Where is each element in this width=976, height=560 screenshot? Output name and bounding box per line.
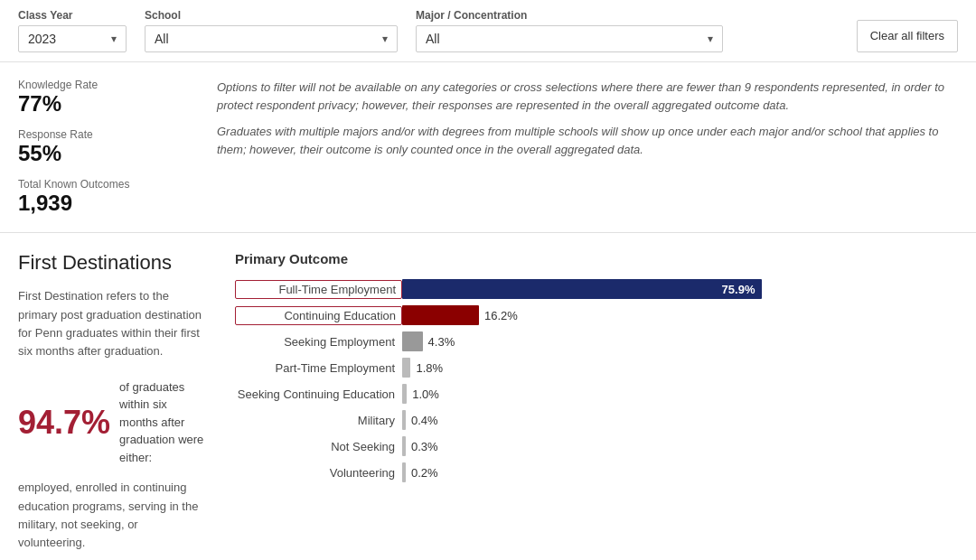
bar-value: 4.3% — [428, 335, 455, 349]
chart-row: Part-Time Employment1.8% — [235, 358, 958, 378]
section-title: First Destinations — [18, 251, 208, 275]
chart-rows: Full-Time Employment75.9%Continuing Educ… — [235, 279, 958, 482]
bar — [402, 436, 406, 456]
chart-row: Not Seeking0.3% — [235, 436, 958, 456]
response-rate-label: Response Rate — [18, 128, 199, 141]
school-select[interactable]: All ▾ — [145, 25, 398, 52]
bar — [402, 305, 479, 325]
total-outcomes-value: 1,939 — [18, 191, 199, 217]
bar — [402, 462, 406, 482]
stats-left: Knowledge Rate 77% Response Rate 55% Tot… — [18, 79, 199, 216]
section-desc: First Destination refers to the primary … — [18, 287, 208, 360]
bar-value: 0.4% — [411, 414, 438, 427]
bar-container: 1.8% — [402, 358, 958, 378]
bar — [402, 384, 407, 404]
chevron-down-icon: ▾ — [708, 33, 713, 45]
chevron-down-icon: ▾ — [382, 33, 388, 45]
chart-title: Primary Outcome — [235, 251, 958, 266]
school-filter: School All ▾ — [145, 9, 398, 52]
chart-row: Continuing Education16.2% — [235, 305, 958, 325]
notice-2: Graduates with multiple majors and/or wi… — [217, 123, 958, 158]
bar-value: 1.0% — [412, 387, 439, 401]
bar-label: Full-Time Employment — [235, 280, 402, 299]
big-stat-row: 94.7% of graduates within six months aft… — [18, 378, 208, 467]
left-panel: First Destinations First Destination ref… — [18, 251, 208, 552]
bar-value: 16.2% — [484, 309, 518, 322]
bar-container: 75.9% — [402, 279, 958, 299]
bar-value: 0.2% — [411, 466, 438, 480]
knowledge-rate-label: Knowledge Rate — [18, 79, 199, 91]
total-outcomes-stat: Total Known Outcomes 1,939 — [18, 178, 199, 217]
response-rate-value: 55% — [18, 141, 199, 167]
bar-label: Volunteering — [235, 466, 402, 480]
bar-label: Seeking Continuing Education — [235, 387, 402, 401]
stats-section: Knowledge Rate 77% Response Rate 55% Tot… — [0, 62, 976, 233]
class-year-value: 2023 — [28, 32, 56, 46]
chevron-down-icon: ▾ — [111, 33, 117, 45]
class-year-label: Class Year — [18, 9, 127, 22]
major-select[interactable]: All ▾ — [416, 25, 723, 52]
big-percent: 94.7% — [18, 404, 110, 442]
chart-row: Full-Time Employment75.9% — [235, 279, 958, 299]
notice-1: Options to filter will not be available … — [217, 79, 958, 114]
school-value: All — [155, 32, 169, 46]
bar — [402, 410, 406, 430]
bar: 75.9% — [402, 279, 762, 299]
major-filter: Major / Concentration All ▾ — [416, 9, 723, 52]
class-year-filter: Class Year 2023 ▾ — [18, 9, 127, 52]
bar — [402, 331, 423, 351]
bar-container: 0.3% — [402, 436, 958, 456]
filter-bar: Class Year 2023 ▾ School All ▾ Major / C… — [0, 0, 976, 62]
bar-container: 1.0% — [402, 384, 958, 404]
total-outcomes-label: Total Known Outcomes — [18, 178, 199, 191]
response-rate-stat: Response Rate 55% — [18, 128, 199, 167]
clear-all-button[interactable]: Clear all filters — [857, 20, 958, 52]
major-label: Major / Concentration — [416, 9, 723, 22]
big-stat-desc: of graduates within six months after gra… — [119, 378, 208, 467]
bar — [402, 358, 410, 378]
chart-row: Seeking Employment4.3% — [235, 331, 958, 351]
knowledge-rate-value: 77% — [18, 91, 199, 117]
chart-row: Seeking Continuing Education1.0% — [235, 384, 958, 404]
stats-notices: Options to filter will not be available … — [199, 79, 958, 167]
bar-container: 0.4% — [402, 410, 958, 430]
chart-row: Volunteering0.2% — [235, 462, 958, 482]
bar-label: Part-Time Employment — [235, 361, 402, 375]
bar-container: 0.2% — [402, 462, 958, 482]
bar-value: 0.3% — [411, 440, 438, 453]
bar-container: 4.3% — [402, 331, 958, 351]
chart-row: Military0.4% — [235, 410, 958, 430]
bar-label: Seeking Employment — [235, 335, 402, 349]
bar-label: Continuing Education — [235, 306, 402, 325]
bottom-desc: employed, enrolled in continuing educati… — [18, 479, 208, 552]
right-panel: Primary Outcome Full-Time Employment75.9… — [235, 251, 958, 552]
major-value: All — [426, 32, 440, 46]
bar-value: 1.8% — [416, 361, 443, 375]
school-label: School — [145, 9, 398, 22]
knowledge-rate-stat: Knowledge Rate 77% — [18, 79, 199, 117]
bar-container: 16.2% — [402, 305, 958, 325]
bar-label: Military — [235, 414, 402, 427]
bar-value-inside: 75.9% — [722, 283, 755, 296]
main-content: First Destinations First Destination ref… — [0, 233, 976, 560]
bar-label: Not Seeking — [235, 440, 402, 453]
class-year-select[interactable]: 2023 ▾ — [18, 25, 127, 52]
